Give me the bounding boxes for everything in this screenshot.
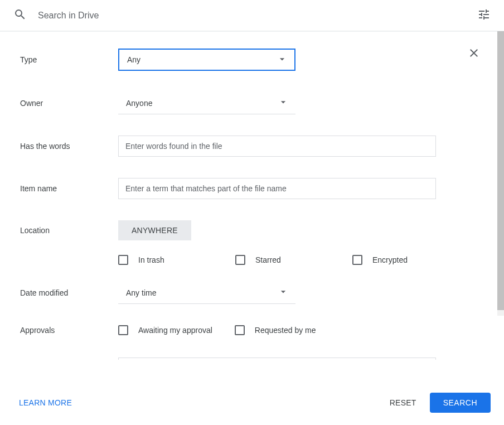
tune-icon[interactable] [477, 8, 491, 23]
item-name-label: Item name [20, 184, 118, 193]
checkbox-icon [118, 255, 128, 265]
owner-label: Owner [20, 99, 118, 108]
requested-by-me-checkbox[interactable]: Requested by me [235, 325, 316, 335]
owner-select[interactable]: Anyone [118, 92, 295, 114]
type-select[interactable]: Any [118, 49, 295, 71]
approvals-label: Approvals [20, 326, 118, 335]
in-trash-label: In trash [138, 255, 164, 264]
chevron-down-icon [277, 54, 288, 66]
starred-label: Starred [255, 255, 281, 264]
item-name-row: Item name [20, 178, 484, 199]
starred-checkbox[interactable]: Starred [235, 255, 319, 265]
scrollbar[interactable] [497, 31, 504, 316]
has-words-row: Has the words [20, 136, 484, 157]
encrypted-checkbox[interactable]: Encrypted [352, 255, 436, 265]
requested-by-me-label: Requested by me [255, 326, 316, 335]
search-icon [13, 8, 27, 23]
checkbox-icon [235, 325, 245, 335]
search-input[interactable] [38, 11, 477, 21]
search-bar [0, 0, 504, 31]
learn-more-link[interactable]: Learn More [19, 398, 72, 407]
close-icon [467, 52, 481, 61]
owner-value: Anyone [126, 99, 152, 108]
type-value: Any [127, 55, 140, 64]
partial-input-outline [118, 358, 436, 360]
has-words-label: Has the words [20, 142, 118, 151]
date-modified-row: Date modified Any time [20, 282, 484, 304]
date-modified-label: Date modified [20, 288, 118, 297]
partial-row [20, 352, 484, 360]
awaiting-approval-checkbox[interactable]: Awaiting my approval [118, 325, 212, 335]
advanced-search-dialog: Type Any Owner Anyone Has the words [0, 31, 504, 425]
dialog-body: Type Any Owner Anyone Has the words [0, 32, 504, 386]
encrypted-label: Encrypted [372, 255, 408, 264]
reset-button[interactable]: Reset [381, 394, 425, 412]
close-button[interactable] [463, 42, 485, 66]
has-words-input[interactable] [118, 136, 436, 157]
item-name-input[interactable] [118, 178, 436, 199]
awaiting-approval-label: Awaiting my approval [138, 326, 212, 335]
location-chip[interactable]: ANYWHERE [118, 220, 191, 240]
approvals-row: Approvals Awaiting my approval Requested… [20, 325, 484, 335]
type-row: Type Any [20, 49, 484, 71]
chevron-down-icon [278, 96, 289, 109]
in-trash-checkbox[interactable]: In trash [118, 255, 202, 265]
flag-checkboxes: In trash Starred Encrypted [20, 255, 484, 265]
location-row: Location ANYWHERE [20, 220, 484, 240]
chevron-down-icon [278, 286, 289, 299]
checkbox-icon [235, 255, 245, 265]
owner-row: Owner Anyone [20, 92, 484, 114]
type-label: Type [20, 55, 118, 64]
dialog-footer: Learn More Reset Search [0, 386, 504, 425]
search-button[interactable]: Search [430, 393, 491, 413]
date-modified-select[interactable]: Any time [118, 282, 295, 304]
scrollbar-thumb[interactable] [497, 31, 504, 310]
checkbox-icon [352, 255, 362, 265]
location-label: Location [20, 226, 118, 235]
date-modified-value: Any time [126, 288, 156, 297]
checkbox-icon [118, 325, 128, 335]
